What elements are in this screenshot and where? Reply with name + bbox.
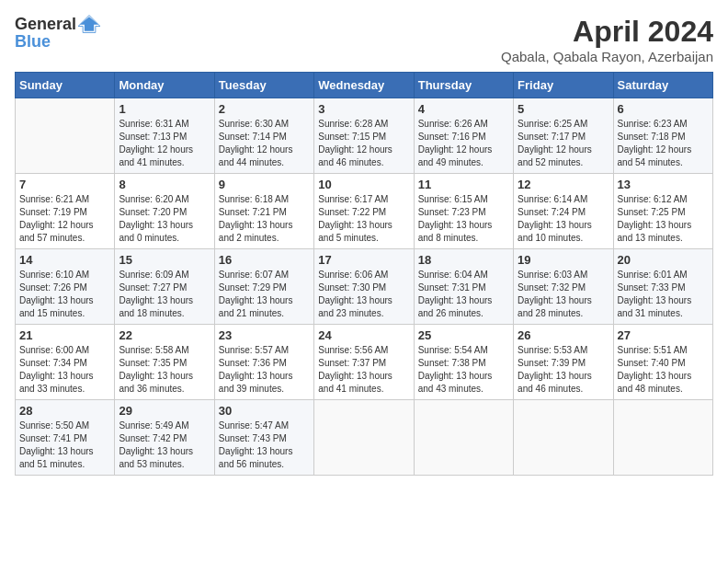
day-number: 9 — [219, 178, 310, 191]
calendar-cell: 6Sunrise: 6:23 AMSunset: 7:18 PMDaylight… — [613, 98, 712, 174]
header-day-sunday: Sunday — [16, 73, 115, 98]
day-number: 1 — [119, 102, 210, 116]
calendar-cell: 2Sunrise: 6:30 AMSunset: 7:14 PMDaylight… — [214, 98, 313, 174]
location-title: Qabala, Qabala Rayon, Azerbaijan — [501, 49, 713, 64]
day-info: Sunrise: 6:26 AMSunset: 7:16 PMDaylight:… — [418, 118, 509, 169]
calendar-cell — [613, 400, 712, 476]
logo-general-text: General — [15, 16, 76, 32]
calendar-cell: 15Sunrise: 6:09 AMSunset: 7:27 PMDayligh… — [115, 249, 214, 325]
day-info: Sunrise: 6:14 AMSunset: 7:24 PMDaylight:… — [518, 193, 609, 245]
day-number: 14 — [19, 253, 110, 267]
calendar-cell: 18Sunrise: 6:04 AMSunset: 7:31 PMDayligh… — [414, 249, 513, 325]
day-number: 10 — [318, 178, 409, 191]
header: General Blue April 2024 Qabala, Qabala R… — [15, 15, 713, 64]
calendar-cell: 20Sunrise: 6:01 AMSunset: 7:33 PMDayligh… — [613, 249, 712, 325]
day-info: Sunrise: 6:04 AMSunset: 7:31 PMDaylight:… — [418, 269, 509, 320]
calendar-cell: 21Sunrise: 6:00 AMSunset: 7:34 PMDayligh… — [16, 325, 115, 400]
day-info: Sunrise: 6:01 AMSunset: 7:33 PMDaylight:… — [618, 269, 709, 320]
day-info: Sunrise: 6:21 AMSunset: 7:19 PMDaylight:… — [19, 193, 110, 245]
header-day-friday: Friday — [514, 73, 613, 98]
calendar-cell: 14Sunrise: 6:10 AMSunset: 7:26 PMDayligh… — [16, 249, 115, 325]
day-number: 12 — [518, 178, 609, 191]
calendar-cell: 4Sunrise: 6:26 AMSunset: 7:16 PMDaylight… — [414, 98, 513, 174]
day-number: 19 — [518, 253, 609, 267]
header-day-thursday: Thursday — [414, 73, 513, 98]
calendar-cell: 28Sunrise: 5:50 AMSunset: 7:41 PMDayligh… — [16, 400, 115, 476]
day-info: Sunrise: 5:57 AMSunset: 7:36 PMDaylight:… — [219, 344, 310, 396]
calendar-header-row: SundayMondayTuesdayWednesdayThursdayFrid… — [16, 73, 713, 98]
calendar-cell: 5Sunrise: 6:25 AMSunset: 7:17 PMDaylight… — [514, 98, 613, 174]
calendar-cell: 13Sunrise: 6:12 AMSunset: 7:25 PMDayligh… — [613, 174, 712, 249]
day-info: Sunrise: 6:30 AMSunset: 7:14 PMDaylight:… — [219, 118, 310, 169]
day-number: 23 — [219, 328, 310, 342]
day-number: 2 — [219, 102, 310, 116]
calendar-cell: 23Sunrise: 5:57 AMSunset: 7:36 PMDayligh… — [214, 325, 313, 400]
logo: General Blue — [15, 15, 100, 51]
day-info: Sunrise: 5:54 AMSunset: 7:38 PMDaylight:… — [418, 344, 509, 396]
day-number: 11 — [418, 178, 509, 191]
day-number: 7 — [19, 178, 110, 191]
day-number: 22 — [119, 328, 210, 342]
day-info: Sunrise: 6:09 AMSunset: 7:27 PMDaylight:… — [119, 269, 210, 320]
day-info: Sunrise: 5:53 AMSunset: 7:39 PMDaylight:… — [518, 344, 609, 396]
calendar-cell — [414, 400, 513, 476]
header-day-saturday: Saturday — [613, 73, 712, 98]
week-row-3: 14Sunrise: 6:10 AMSunset: 7:26 PMDayligh… — [16, 249, 713, 325]
calendar-cell: 8Sunrise: 6:20 AMSunset: 7:20 PMDaylight… — [115, 174, 214, 249]
day-number: 27 — [618, 328, 709, 342]
day-info: Sunrise: 6:03 AMSunset: 7:32 PMDaylight:… — [518, 269, 609, 320]
calendar-cell: 22Sunrise: 5:58 AMSunset: 7:35 PMDayligh… — [115, 325, 214, 400]
day-number: 17 — [318, 253, 409, 267]
day-number: 28 — [19, 404, 110, 418]
day-info: Sunrise: 6:28 AMSunset: 7:15 PMDaylight:… — [318, 118, 409, 169]
calendar-cell: 25Sunrise: 5:54 AMSunset: 7:38 PMDayligh… — [414, 325, 513, 400]
day-info: Sunrise: 6:10 AMSunset: 7:26 PMDaylight:… — [19, 269, 110, 320]
day-number: 29 — [119, 404, 210, 418]
day-number: 5 — [518, 102, 609, 116]
header-day-tuesday: Tuesday — [214, 73, 313, 98]
day-number: 30 — [219, 404, 310, 418]
calendar-cell — [314, 400, 414, 476]
day-number: 20 — [618, 253, 709, 267]
calendar-cell: 16Sunrise: 6:07 AMSunset: 7:29 PMDayligh… — [214, 249, 313, 325]
calendar-cell: 3Sunrise: 6:28 AMSunset: 7:15 PMDaylight… — [314, 98, 414, 174]
header-day-wednesday: Wednesday — [314, 73, 414, 98]
day-info: Sunrise: 6:25 AMSunset: 7:17 PMDaylight:… — [518, 118, 609, 169]
day-info: Sunrise: 6:17 AMSunset: 7:22 PMDaylight:… — [318, 193, 409, 245]
calendar-cell: 12Sunrise: 6:14 AMSunset: 7:24 PMDayligh… — [514, 174, 613, 249]
day-info: Sunrise: 6:00 AMSunset: 7:34 PMDaylight:… — [19, 344, 110, 396]
week-row-1: 1Sunrise: 6:31 AMSunset: 7:13 PMDaylight… — [16, 98, 713, 174]
calendar-cell: 17Sunrise: 6:06 AMSunset: 7:30 PMDayligh… — [314, 249, 414, 325]
day-number: 26 — [518, 328, 609, 342]
calendar-cell: 9Sunrise: 6:18 AMSunset: 7:21 PMDaylight… — [214, 174, 313, 249]
calendar-cell: 29Sunrise: 5:49 AMSunset: 7:42 PMDayligh… — [115, 400, 214, 476]
calendar-cell: 7Sunrise: 6:21 AMSunset: 7:19 PMDaylight… — [16, 174, 115, 249]
month-title: April 2024 — [501, 15, 713, 49]
calendar-cell: 10Sunrise: 6:17 AMSunset: 7:22 PMDayligh… — [314, 174, 414, 249]
logo-blue-text: Blue — [15, 32, 51, 51]
day-number: 21 — [19, 328, 110, 342]
day-info: Sunrise: 5:50 AMSunset: 7:41 PMDaylight:… — [19, 419, 110, 471]
day-info: Sunrise: 6:23 AMSunset: 7:18 PMDaylight:… — [618, 118, 709, 169]
day-number: 18 — [418, 253, 509, 267]
title-area: April 2024 Qabala, Qabala Rayon, Azerbai… — [501, 15, 713, 64]
logo-icon — [78, 15, 100, 33]
day-number: 13 — [618, 178, 709, 191]
calendar-cell: 11Sunrise: 6:15 AMSunset: 7:23 PMDayligh… — [414, 174, 513, 249]
day-info: Sunrise: 5:56 AMSunset: 7:37 PMDaylight:… — [318, 344, 409, 396]
calendar-table: SundayMondayTuesdayWednesdayThursdayFrid… — [15, 72, 713, 476]
calendar-cell: 19Sunrise: 6:03 AMSunset: 7:32 PMDayligh… — [514, 249, 613, 325]
day-info: Sunrise: 5:51 AMSunset: 7:40 PMDaylight:… — [618, 344, 709, 396]
day-number: 3 — [318, 102, 409, 116]
calendar-cell: 27Sunrise: 5:51 AMSunset: 7:40 PMDayligh… — [613, 325, 712, 400]
day-info: Sunrise: 5:58 AMSunset: 7:35 PMDaylight:… — [119, 344, 210, 396]
day-info: Sunrise: 6:31 AMSunset: 7:13 PMDaylight:… — [119, 118, 210, 169]
day-number: 16 — [219, 253, 310, 267]
day-info: Sunrise: 6:12 AMSunset: 7:25 PMDaylight:… — [618, 193, 709, 245]
day-number: 15 — [119, 253, 210, 267]
day-info: Sunrise: 5:49 AMSunset: 7:42 PMDaylight:… — [119, 419, 210, 471]
calendar-cell: 24Sunrise: 5:56 AMSunset: 7:37 PMDayligh… — [314, 325, 414, 400]
calendar-cell: 1Sunrise: 6:31 AMSunset: 7:13 PMDaylight… — [115, 98, 214, 174]
calendar-cell — [16, 98, 115, 174]
day-number: 24 — [318, 328, 409, 342]
